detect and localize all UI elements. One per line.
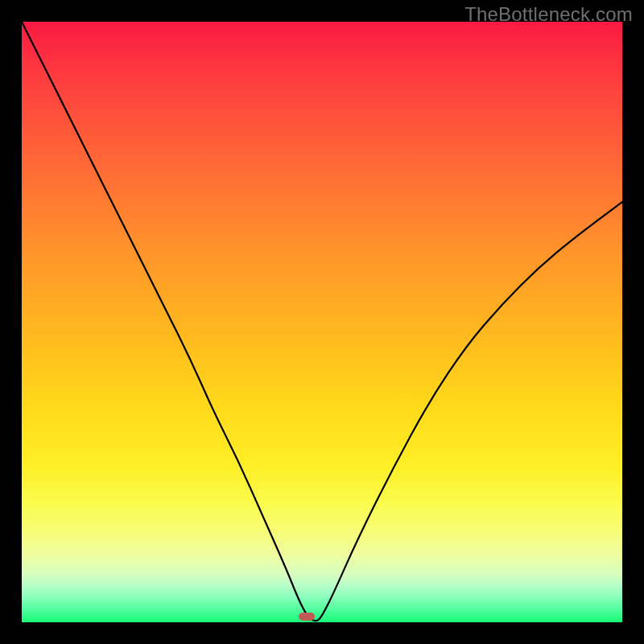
chart-frame: TheBottleneck.com (0, 0, 644, 644)
bottleneck-curve (22, 22, 622, 621)
curve-svg (22, 22, 622, 622)
plot-area (22, 22, 622, 622)
minimum-marker (299, 613, 315, 621)
